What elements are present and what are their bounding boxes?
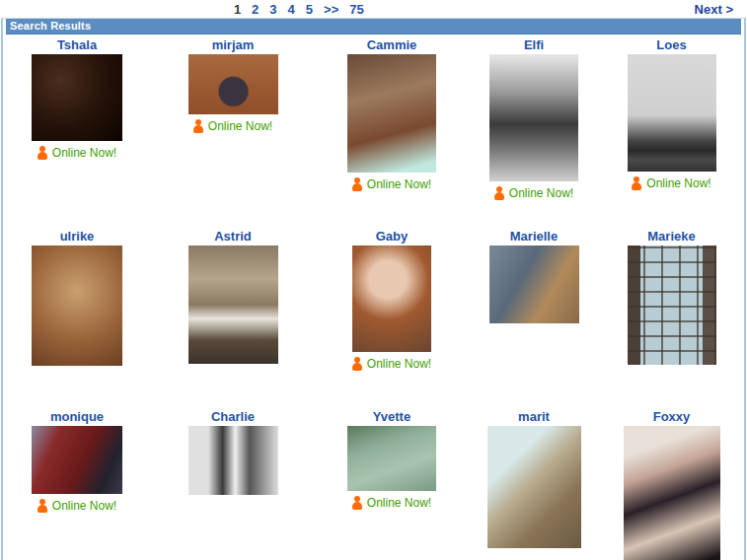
profile-photo[interactable] bbox=[628, 54, 716, 172]
profile-name-link[interactable]: Loes bbox=[602, 38, 741, 51]
online-now-indicator: Online Now! bbox=[602, 176, 741, 190]
profile-photo[interactable] bbox=[32, 54, 122, 141]
online-now-label: Online Now! bbox=[367, 178, 431, 191]
profile-name-link[interactable]: Marielle bbox=[466, 230, 602, 243]
profile-photo[interactable] bbox=[352, 245, 431, 352]
profile-name-link[interactable]: marit bbox=[466, 410, 602, 423]
results-grid: Tshala Online Now! mirjam Online Now! Ca… bbox=[6, 36, 741, 560]
profile-card-mirjam: mirjam Online Now! bbox=[148, 36, 318, 228]
online-now-indicator: Online Now! bbox=[6, 499, 148, 513]
profile-card-loes: Loes Online Now! bbox=[602, 36, 741, 228]
online-now-indicator: Online Now! bbox=[318, 177, 466, 191]
profile-photo[interactable] bbox=[347, 426, 436, 491]
profile-photo[interactable] bbox=[32, 245, 122, 366]
online-now-label: Online Now! bbox=[509, 187, 573, 200]
pagination-page-5[interactable]: 5 bbox=[306, 2, 313, 17]
profile-photo[interactable] bbox=[628, 245, 716, 365]
profile-card-gaby: Gaby Online Now! bbox=[318, 228, 466, 408]
online-person-icon bbox=[37, 499, 47, 513]
pagination-page-3[interactable]: 3 bbox=[269, 2, 276, 17]
pagination: 1 2 3 4 5 >> 75 bbox=[234, 2, 364, 17]
profile-name-link[interactable]: Charlie bbox=[148, 410, 318, 423]
profile-photo[interactable] bbox=[188, 54, 278, 114]
profile-name-link[interactable]: Yvette bbox=[318, 410, 466, 423]
profile-photo[interactable] bbox=[188, 426, 278, 495]
profile-card-astrid: Astrid bbox=[148, 228, 318, 408]
online-now-indicator: Online Now! bbox=[466, 186, 602, 200]
online-now-indicator: Online Now! bbox=[318, 357, 466, 371]
pagination-current-page: 1 bbox=[234, 2, 241, 17]
profile-photo[interactable] bbox=[624, 426, 720, 560]
profile-name-link[interactable]: mirjam bbox=[148, 38, 318, 51]
online-now-indicator: Online Now! bbox=[318, 496, 466, 510]
online-person-icon bbox=[37, 146, 47, 160]
profile-name-link[interactable]: Gaby bbox=[318, 230, 466, 243]
profile-card-marit: marit bbox=[466, 408, 602, 560]
next-page-link[interactable]: Next > bbox=[695, 2, 733, 17]
profile-card-tshala: Tshala Online Now! bbox=[6, 36, 148, 228]
online-now-label: Online Now! bbox=[52, 500, 116, 513]
profile-name-link[interactable]: ulrike bbox=[6, 230, 148, 243]
search-results-title: Search Results bbox=[10, 20, 91, 32]
profile-card-yvette: Yvette Online Now! bbox=[318, 408, 466, 560]
profile-name-link[interactable]: Cammie bbox=[318, 38, 466, 51]
pagination-skip-forward[interactable]: >> bbox=[324, 2, 338, 17]
profile-name-link[interactable]: Foxxy bbox=[602, 410, 741, 423]
pagination-page-4[interactable]: 4 bbox=[288, 2, 295, 17]
online-now-label: Online Now! bbox=[52, 147, 116, 160]
profile-card-ulrike: ulrike bbox=[6, 228, 148, 408]
profile-card-cammie: Cammie Online Now! bbox=[318, 36, 466, 228]
profile-photo[interactable] bbox=[347, 54, 436, 173]
profile-card-foxxy: Foxxy bbox=[602, 408, 741, 560]
top-pagination-bar: 1 2 3 4 5 >> 75 Next > bbox=[0, 0, 747, 18]
profile-card-elfi: Elfi Online Now! bbox=[466, 36, 602, 228]
online-person-icon bbox=[352, 177, 362, 191]
online-now-label: Online Now! bbox=[646, 177, 710, 190]
profile-photo[interactable] bbox=[489, 54, 578, 181]
profile-card-monique: monique Online Now! bbox=[6, 408, 148, 560]
profile-photo[interactable] bbox=[188, 245, 278, 364]
pagination-page-2[interactable]: 2 bbox=[252, 2, 259, 17]
online-now-indicator: Online Now! bbox=[148, 119, 318, 133]
online-person-icon bbox=[632, 176, 641, 190]
online-now-label: Online Now! bbox=[367, 358, 431, 371]
online-person-icon bbox=[193, 119, 203, 133]
results-frame: Search Results Tshala Online Now! mirjam… bbox=[1, 18, 746, 560]
profile-name-link[interactable]: Marieke bbox=[602, 230, 741, 243]
pagination-last-page[interactable]: 75 bbox=[349, 2, 363, 17]
profile-card-charlie: Charlie bbox=[148, 408, 318, 560]
search-results-header: Search Results bbox=[6, 19, 741, 35]
profile-name-link[interactable]: Astrid bbox=[148, 230, 318, 243]
profile-photo[interactable] bbox=[487, 426, 581, 548]
online-now-label: Online Now! bbox=[208, 120, 272, 133]
profile-card-marieke: Marieke bbox=[602, 228, 741, 408]
online-person-icon bbox=[352, 496, 362, 510]
profile-photo[interactable] bbox=[32, 426, 122, 494]
online-person-icon bbox=[352, 357, 362, 371]
profile-photo[interactable] bbox=[489, 245, 579, 323]
profile-name-link[interactable]: Tshala bbox=[6, 38, 148, 51]
online-now-indicator: Online Now! bbox=[6, 146, 148, 160]
profile-card-marielle: Marielle bbox=[466, 228, 602, 408]
online-person-icon bbox=[494, 186, 504, 200]
profile-name-link[interactable]: Elfi bbox=[466, 38, 602, 51]
online-now-label: Online Now! bbox=[367, 497, 431, 510]
profile-name-link[interactable]: monique bbox=[6, 410, 148, 423]
